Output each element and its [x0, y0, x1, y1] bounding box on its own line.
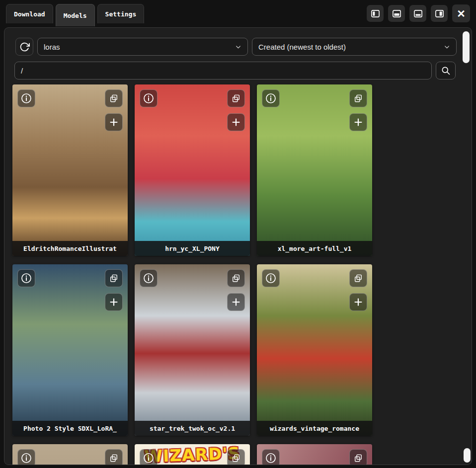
- model-card[interactable]: wizards_vintage_romance: [257, 264, 372, 436]
- close-icon: ✕: [457, 8, 466, 19]
- search-input[interactable]: [14, 62, 432, 79]
- copy-model-button[interactable]: [105, 269, 123, 287]
- copy-icon: [109, 93, 119, 103]
- layout-panel-right-button[interactable]: [431, 5, 448, 22]
- tab-bar: Download Models Settings ✕: [0, 0, 476, 27]
- add-model-button[interactable]: [105, 113, 123, 131]
- model-info-button[interactable]: [17, 449, 35, 465]
- search-button[interactable]: [436, 62, 456, 79]
- models-panel: loras Created (newest to oldest) Eldritc…: [4, 27, 472, 465]
- model-info-button[interactable]: [17, 89, 35, 107]
- plus-icon: [231, 117, 241, 128]
- sort-select[interactable]: Created (newest to oldest): [252, 38, 457, 56]
- layout-panel-bottom-half-button[interactable]: [388, 5, 405, 22]
- copy-icon: [231, 453, 241, 463]
- tab-models[interactable]: Models: [56, 4, 95, 26]
- model-card[interactable]: xl_more_art-full_v1: [257, 84, 372, 256]
- model-name-label: xl_more_art-full_v1: [257, 241, 372, 256]
- info-icon: [20, 452, 32, 464]
- model-grid: EldritchRomanceIllustrat hrn_yc_XL_PONY …: [12, 84, 380, 465]
- copy-model-button[interactable]: [349, 269, 367, 287]
- info-icon: [265, 92, 277, 104]
- sort-value: Created (newest to oldest): [258, 43, 346, 51]
- add-model-button[interactable]: [349, 293, 367, 311]
- model-preview-image: [257, 84, 372, 256]
- copy-model-button[interactable]: [105, 449, 123, 465]
- copy-model-button[interactable]: [227, 449, 245, 465]
- refresh-button[interactable]: [15, 38, 33, 56]
- tab-group: Download Models Settings: [6, 4, 144, 26]
- info-icon: [143, 452, 155, 464]
- scrollbar-thumb[interactable]: [463, 31, 470, 63]
- copy-icon: [231, 273, 241, 283]
- panel-bottom-half-icon: [392, 9, 401, 18]
- panel-right-icon: [435, 9, 444, 18]
- add-model-button[interactable]: [105, 293, 123, 311]
- model-name-label: EldritchRomanceIllustrat: [12, 241, 128, 256]
- model-info-button[interactable]: [262, 269, 280, 287]
- model-card[interactable]: Photo 2 Style SDXL_LoRA_: [12, 264, 128, 436]
- model-preview-image: [135, 264, 250, 436]
- model-info-button[interactable]: [140, 449, 158, 465]
- copy-model-button[interactable]: [227, 269, 245, 287]
- info-icon: [143, 92, 155, 104]
- tab-download[interactable]: Download: [6, 4, 53, 23]
- chevron-down-icon: [444, 44, 450, 50]
- model-card[interactable]: EldritchRomanceIllustrat: [12, 84, 128, 256]
- panel-left-icon: [371, 9, 380, 18]
- model-name-label: wizards_vintage_romance: [257, 421, 372, 436]
- add-model-button[interactable]: [349, 113, 367, 131]
- model-preview-image: [135, 84, 250, 256]
- plus-icon: [231, 297, 241, 308]
- copy-model-button[interactable]: [227, 89, 245, 107]
- refresh-icon: [19, 42, 30, 52]
- model-card[interactable]: WIZARD'S: [135, 444, 250, 465]
- copy-model-button[interactable]: [105, 89, 123, 107]
- model-info-button[interactable]: [262, 449, 280, 465]
- model-type-value: loras: [44, 43, 60, 51]
- info-icon: [20, 272, 32, 284]
- model-name-label: hrn_yc_XL_PONY: [135, 241, 250, 256]
- model-preview-image: [257, 264, 372, 436]
- copy-icon: [109, 273, 119, 283]
- plus-icon: [353, 297, 364, 308]
- close-button[interactable]: ✕: [452, 4, 470, 22]
- model-name-label: Photo 2 Style SDXL_LoRA_: [12, 421, 128, 436]
- model-info-button[interactable]: [140, 269, 158, 287]
- copy-icon: [109, 453, 119, 463]
- add-model-button[interactable]: [227, 113, 245, 131]
- tab-settings[interactable]: Settings: [97, 4, 145, 23]
- chevron-down-icon: [235, 44, 241, 50]
- plus-icon: [108, 117, 119, 128]
- plus-icon: [108, 297, 119, 308]
- model-type-select[interactable]: loras: [37, 38, 248, 56]
- model-info-button[interactable]: [140, 89, 158, 107]
- filter-toolbar: loras Created (newest to oldest): [15, 38, 457, 56]
- app-window: Download Models Settings ✕: [0, 0, 476, 468]
- panel-bottom-bar-icon: [413, 9, 423, 18]
- model-card[interactable]: hrn_yc_XL_PONY: [135, 84, 250, 256]
- window-controls: ✕: [367, 4, 470, 22]
- layout-panel-left-button[interactable]: [367, 5, 384, 22]
- copy-model-button[interactable]: [349, 89, 367, 107]
- copy-icon: [353, 273, 363, 283]
- plus-icon: [353, 117, 364, 128]
- info-icon: [265, 452, 277, 464]
- search-icon: [441, 66, 451, 76]
- model-info-button[interactable]: [262, 89, 280, 107]
- scrollbar-bottom-thumb[interactable]: [464, 448, 471, 463]
- layout-panel-bottom-bar-button[interactable]: [409, 5, 426, 22]
- model-card[interactable]: [257, 444, 372, 465]
- add-model-button[interactable]: [227, 293, 245, 311]
- copy-model-button[interactable]: [349, 449, 367, 465]
- model-info-button[interactable]: [17, 269, 35, 287]
- copy-icon: [231, 93, 241, 103]
- copy-icon: [353, 93, 363, 103]
- model-preview-image: [12, 264, 128, 436]
- model-card[interactable]: [12, 444, 128, 465]
- info-icon: [265, 272, 277, 284]
- search-bar: [14, 62, 456, 79]
- model-card[interactable]: star_trek_twok_oc_v2.1: [135, 264, 250, 436]
- info-icon: [143, 272, 155, 284]
- model-name-label: star_trek_twok_oc_v2.1: [135, 421, 250, 436]
